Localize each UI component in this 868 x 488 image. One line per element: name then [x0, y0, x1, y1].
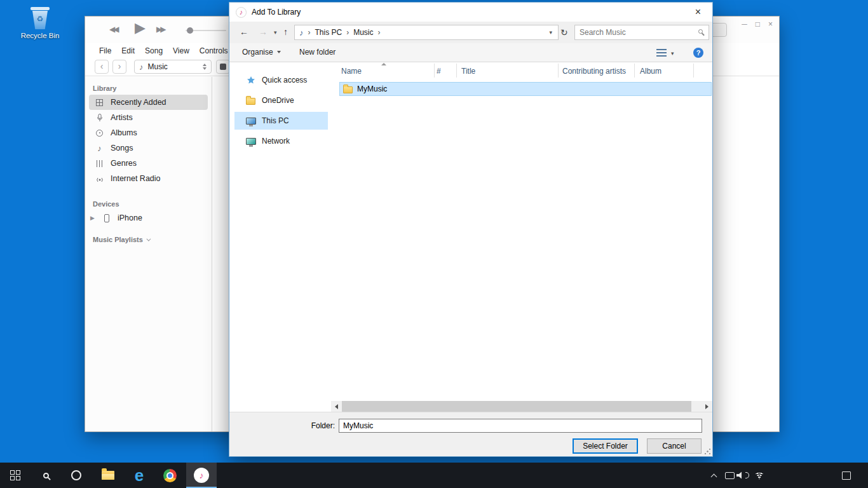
- breadcrumb-music[interactable]: Music: [351, 28, 376, 37]
- chrome-button[interactable]: [154, 463, 185, 488]
- tray-network-button[interactable]: [752, 463, 767, 488]
- address-bar[interactable]: ♪ › This PC › Music › ▾: [294, 25, 559, 40]
- menu-view[interactable]: View: [173, 46, 189, 55]
- dialog-titlebar[interactable]: ♪ Add To Library ×: [229, 3, 712, 22]
- menu-song[interactable]: Song: [145, 46, 163, 55]
- search-icon: [43, 473, 49, 478]
- sidebar-item-label: Genres: [111, 159, 137, 168]
- volume-knob[interactable]: [187, 27, 193, 34]
- forward-button[interactable]: →: [259, 27, 268, 36]
- scrollbar-thumb[interactable]: [342, 401, 691, 412]
- column-header-contributing-artists[interactable]: Contributing artists: [562, 67, 626, 76]
- nav-item-onedrive[interactable]: OneDrive: [234, 92, 328, 109]
- speaker-icon: [736, 471, 745, 480]
- sidebar-item-artists[interactable]: Artists: [89, 110, 208, 125]
- sidebar-item-recently-added[interactable]: Recently Added: [89, 95, 208, 110]
- scroll-right-button[interactable]: [702, 401, 712, 412]
- file-row-mymusic[interactable]: MyMusic: [339, 82, 712, 96]
- breadcrumb-chevron-icon: ›: [306, 28, 313, 37]
- file-explorer-icon: [102, 471, 114, 480]
- play-button[interactable]: ▶: [135, 20, 146, 36]
- new-folder-button[interactable]: New folder: [299, 48, 336, 57]
- view-options-icon[interactable]: [656, 49, 667, 57]
- media-type-picker[interactable]: ♪ Music: [134, 60, 212, 74]
- nav-item-this-pc[interactable]: This PC: [234, 112, 328, 130]
- recent-locations-dropdown-icon[interactable]: ▾: [274, 29, 277, 36]
- start-button[interactable]: [0, 463, 31, 488]
- taskbar-search-button[interactable]: [31, 463, 61, 488]
- nav-item-network[interactable]: Network: [234, 132, 328, 150]
- refresh-button[interactable]: ↻: [560, 27, 568, 37]
- sidebar-item-albums[interactable]: Albums: [89, 125, 208, 140]
- breadcrumb-this-pc[interactable]: This PC: [313, 28, 345, 37]
- music-playlists-label: Music Playlists: [93, 236, 143, 243]
- sidebar-item-internet-radio[interactable]: Internet Radio: [89, 171, 208, 186]
- next-track-button[interactable]: ▶▶: [156, 25, 164, 34]
- select-folder-button[interactable]: Select Folder: [573, 438, 638, 454]
- add-to-library-dialog: ♪ Add To Library × ← → ▾ ↑ ♪ › This PC ›…: [229, 2, 713, 457]
- sidebar-item-label: Recently Added: [111, 98, 166, 107]
- view-options-dropdown-icon[interactable]: ▾: [671, 50, 674, 57]
- library-header: Library: [93, 85, 212, 92]
- itunes-back-button[interactable]: ‹: [95, 60, 109, 74]
- onedrive-icon: [245, 96, 256, 105]
- devices-header: Devices: [93, 200, 212, 208]
- sidebar-item-genres[interactable]: Genres: [89, 156, 208, 171]
- sidebar-item-label: Songs: [111, 144, 133, 152]
- genres-icon: [95, 160, 104, 167]
- cancel-button[interactable]: Cancel: [647, 438, 702, 454]
- more-glyph-icon: [220, 64, 226, 70]
- back-button[interactable]: ←: [240, 27, 248, 36]
- itunes-more-button[interactable]: [216, 60, 230, 74]
- column-header-album[interactable]: Album: [640, 67, 661, 76]
- previous-track-button[interactable]: ◀◀: [109, 25, 117, 34]
- help-button[interactable]: ?: [693, 48, 703, 58]
- cortana-button[interactable]: [61, 463, 92, 488]
- resize-grip[interactable]: [704, 448, 711, 455]
- itunes-taskbar-button[interactable]: ♪: [186, 463, 217, 488]
- column-header-title[interactable]: Title: [461, 67, 475, 76]
- edge-button[interactable]: e: [124, 463, 154, 488]
- sidebar-item-songs[interactable]: ♪ Songs: [89, 140, 208, 156]
- network-icon: [245, 138, 256, 145]
- itunes-maximize-button[interactable]: □: [756, 20, 760, 29]
- music-playlists-header[interactable]: Music Playlists: [93, 236, 212, 243]
- search-icon[interactable]: [698, 29, 703, 34]
- search-box: [574, 25, 709, 40]
- folder-name-input[interactable]: [339, 419, 702, 433]
- recycle-bin-lid: [31, 7, 50, 10]
- organise-button[interactable]: Organise: [242, 48, 281, 57]
- column-header-name[interactable]: Name: [341, 67, 362, 76]
- breadcrumb-chevron-icon: ›: [344, 28, 351, 37]
- recycle-bin[interactable]: ♻ Recycle Bin: [18, 5, 62, 39]
- songs-note-icon: ♪: [95, 144, 104, 153]
- recycle-symbol-icon: ♻: [30, 15, 50, 24]
- dialog-close-button[interactable]: ×: [684, 3, 712, 21]
- tray-volume-button[interactable]: [735, 463, 750, 488]
- action-center-button[interactable]: [839, 463, 854, 488]
- scroll-left-button[interactable]: [331, 401, 342, 412]
- address-dropdown-icon[interactable]: ▾: [543, 29, 558, 36]
- up-button[interactable]: ↑: [283, 27, 288, 36]
- music-location-icon: ♪: [299, 28, 304, 37]
- search-input[interactable]: [575, 25, 691, 39]
- column-header-number[interactable]: #: [437, 67, 441, 76]
- horizontal-scrollbar[interactable]: [331, 401, 712, 412]
- file-explorer-button[interactable]: [93, 463, 123, 488]
- volume-slider[interactable]: [186, 30, 226, 31]
- itunes-forward-button[interactable]: ›: [112, 60, 126, 74]
- dialog-navbar: ← → ▾ ↑ ♪ › This PC › Music › ▾ ↻: [229, 22, 712, 43]
- itunes-close-button[interactable]: ×: [768, 20, 773, 29]
- sidebar-item-iphone[interactable]: ▶ iPhone: [89, 210, 208, 226]
- nav-item-quick-access[interactable]: Quick access: [234, 71, 328, 89]
- menu-edit[interactable]: Edit: [121, 46, 135, 55]
- expand-caret-icon[interactable]: ▶: [90, 215, 95, 221]
- itunes-minimize-button[interactable]: ─: [742, 20, 747, 29]
- menu-file[interactable]: File: [99, 46, 111, 55]
- itunes-icon: ♪: [194, 468, 209, 483]
- organise-label: Organise: [242, 48, 273, 57]
- chevron-down-icon: [277, 51, 281, 53]
- menu-controls[interactable]: Controls: [200, 46, 228, 55]
- tray-show-hidden-icons-button[interactable]: [706, 463, 721, 488]
- sidebar-item-label: Artists: [111, 113, 133, 122]
